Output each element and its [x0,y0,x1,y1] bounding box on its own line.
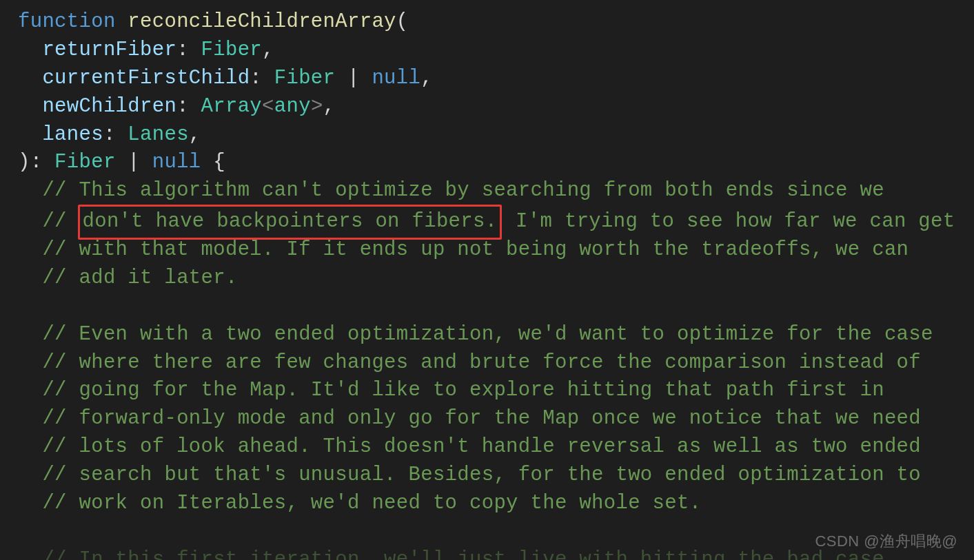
brace-open: { [213,151,225,174]
type-any: any [274,95,311,118]
comment-line: // forward-only mode and only go for the… [42,407,921,430]
comment-line: // add it later. [42,267,237,289]
function-name: reconcileChildrenArray [128,10,396,33]
highlight-box: don't have backpointers on fibers. [78,205,503,240]
comment-line: // search but that's unusual. Besides, f… [42,464,921,486]
keyword-null: null [152,151,201,174]
comment-line: // Even with a two ended optimization, w… [42,323,933,346]
paren-close: ) [18,151,30,174]
comment-line: // work on Iterables, we'd need to copy … [42,492,701,515]
watermark: CSDN @渔舟唱晚@ [815,530,957,552]
comment-line: // don't have backpointers on fibers. I'… [42,210,955,233]
comment-line: // This algorithm can't optimize by sear… [42,179,884,202]
param-newChildren: newChildren [42,95,176,118]
comment-line: // with that model. If it ends up not be… [42,238,909,261]
type-fiber: Fiber [201,39,263,61]
paren-open: ( [396,10,409,33]
param-returnFiber: returnFiber [42,39,176,61]
type-fiber: Fiber [274,67,336,90]
comment-line: // lots of look ahead. This doesn't hand… [42,435,921,458]
comment-line: // where there are few changes and brute… [42,351,921,374]
param-currentFirstChild: currentFirstChild [42,67,250,90]
type-lanes: Lanes [128,123,189,146]
code-block: function reconcileChildrenArray( returnF… [0,0,974,560]
param-lanes: lanes [42,123,103,146]
keyword-function: function [18,10,116,33]
comment-line-faded: // In this first iteration, we'll just l… [42,548,884,560]
type-array: Array [201,95,263,118]
keyword-null: null [372,67,420,90]
return-type-fiber: Fiber [54,151,116,174]
comment-line: // going for the Map. It'd like to explo… [42,379,884,402]
